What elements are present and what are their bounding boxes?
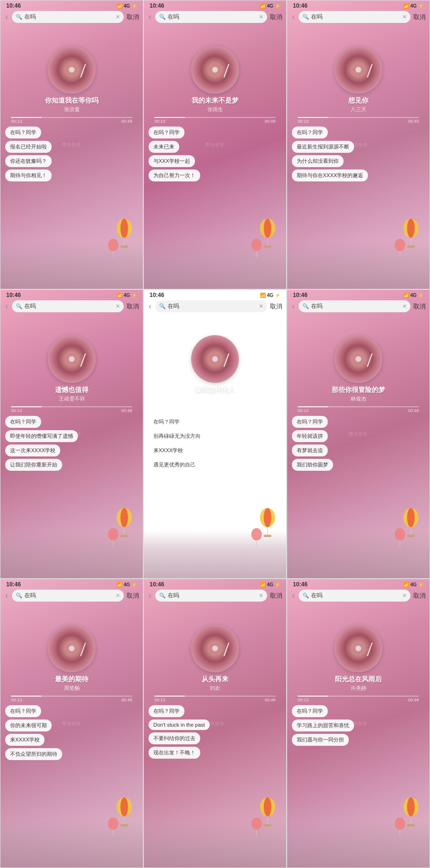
progress-fill-1 <box>11 117 41 118</box>
current-time-4: 00:13 <box>11 408 22 413</box>
status-icons-4: 📶 4G ⚡ <box>117 293 137 298</box>
back-button-9[interactable]: ‹ <box>291 591 296 601</box>
svg-point-7 <box>264 219 271 238</box>
cancel-button-6[interactable]: 取消 <box>413 302 426 311</box>
status-bar-3: 10:46 📶 4G ⚡ <box>287 0 430 10</box>
progress-fill-5 <box>154 406 184 407</box>
clear-icon-7[interactable]: ✕ <box>116 593 120 599</box>
cancel-button-7[interactable]: 取消 <box>127 592 139 600</box>
bubble-2-4: 为自己努力一次！ <box>149 169 200 181</box>
clear-icon-6[interactable]: ✕ <box>402 303 407 309</box>
bubble-4-3: 这一次来XXXX学校 <box>5 445 60 456</box>
progress-times-7: 00:13 00:48 <box>11 698 132 702</box>
svg-rect-33 <box>407 535 415 537</box>
chat-bubbles-2: 在吗？同学 未来已来 与XXX学校一起 为自己努力一次！ <box>144 124 286 184</box>
cancel-button-3[interactable]: 取消 <box>413 13 426 21</box>
svg-rect-9 <box>264 245 271 248</box>
search-icon-7: 🔍 <box>16 593 22 599</box>
back-button-7[interactable]: ‹ <box>4 591 9 601</box>
phones-grid: 10:46 📶 4G ⚡ ‹ 🔍 在吗 ✕ 取消 <box>0 0 430 868</box>
progress-times-5: 00:13 00:48 <box>154 408 275 413</box>
signal-icon-4: 📶 <box>117 293 122 298</box>
progress-track-1 <box>11 117 132 118</box>
progress-track-6 <box>298 406 419 407</box>
search-bar-row-7: ‹ 🔍 在吗 ✕ 取消 <box>0 589 143 604</box>
search-input-wrap-3[interactable]: 🔍 在吗 ✕ <box>299 11 410 23</box>
current-time-7: 00:13 <box>11 698 22 702</box>
vinyl-disc-4 <box>48 335 96 383</box>
search-input-wrap-6[interactable]: 🔍 在吗 ✕ <box>299 300 410 312</box>
progress-track-3 <box>298 117 419 118</box>
back-button-2[interactable]: ‹ <box>148 12 152 22</box>
clear-icon-1[interactable]: ✕ <box>116 14 120 20</box>
back-button-4[interactable]: ‹ <box>4 301 9 311</box>
cancel-button-9[interactable]: 取消 <box>413 592 426 600</box>
search-input-wrap-7[interactable]: 🔍 在吗 ✕ <box>12 590 124 602</box>
cancel-button-2[interactable]: 取消 <box>270 13 282 21</box>
cancel-button-1[interactable]: 取消 <box>127 13 139 21</box>
clear-icon-3[interactable]: ✕ <box>402 14 407 20</box>
back-button-6[interactable]: ‹ <box>291 301 296 311</box>
chat-bubbles-9: 在吗？同学 学习路上的甜苦和喜忧 我们愿与你一同分担 <box>287 702 430 749</box>
small-balloon-8 <box>250 817 263 839</box>
search-text-7: 在吗 <box>24 592 114 600</box>
bubble-6-3: 有梦就去追 <box>292 445 328 456</box>
chat-bubbles-8: 在吗？同学 Don't stuck in the past 不要纠结你的过去 现… <box>144 702 286 762</box>
cancel-button-4[interactable]: 取消 <box>127 302 139 311</box>
back-button-1[interactable]: ‹ <box>4 12 9 22</box>
small-balloon-6 <box>393 528 407 550</box>
network-label-9: 4G <box>410 582 417 587</box>
vinyl-area-1 <box>0 26 143 94</box>
svg-point-19 <box>120 508 128 527</box>
search-icon-1: 🔍 <box>16 14 22 20</box>
bubble-9-3: 我们愿与你一同分担 <box>292 734 349 746</box>
phone-frame-4: 10:46 📶 4G ⚡ ‹ 🔍 在吗 ✕ 取消 <box>0 289 143 579</box>
cancel-button-8[interactable]: 取消 <box>270 592 282 600</box>
svg-point-37 <box>120 797 128 816</box>
svg-point-22 <box>108 528 118 540</box>
battery-icon-7: ⚡ <box>131 582 137 587</box>
signal-icon-7: 📶 <box>117 582 122 587</box>
small-balloon-3 <box>393 238 407 260</box>
clear-icon-5[interactable]: ✕ <box>259 303 263 309</box>
total-time-7: 00:48 <box>121 698 132 702</box>
bubble-3-3: 为什么却没看到你 <box>292 155 344 167</box>
search-input-wrap-9[interactable]: 🔍 在吗 ✕ <box>299 590 410 602</box>
clear-icon-9[interactable]: ✕ <box>402 593 407 599</box>
vinyl-disc-7 <box>48 625 96 672</box>
search-input-wrap-5[interactable]: 🔍 在吗 ✕ <box>155 300 267 312</box>
search-input-wrap-1[interactable]: 🔍 在吗 ✕ <box>12 11 124 23</box>
back-button-5[interactable]: ‹ <box>148 301 152 311</box>
cancel-button-5[interactable]: 取消 <box>270 302 282 311</box>
clear-icon-2[interactable]: ✕ <box>259 14 263 20</box>
progress-bar-4: 00:13 00:48 <box>11 406 132 413</box>
vinyl-disc-5 <box>191 335 239 383</box>
search-text-8: 在吗 <box>168 592 257 600</box>
music-card-7: 10:46 📶 4G ⚡ ‹ 🔍 在吗 ✕ 取消 <box>0 579 143 868</box>
bubble-1-4: 期待与你相见！ <box>5 169 52 181</box>
clear-icon-8[interactable]: ✕ <box>259 593 263 599</box>
progress-fill-8 <box>154 696 184 697</box>
song-title-9: 阳光总在风雨后 <box>287 675 430 684</box>
battery-icon-6: ⚡ <box>418 293 424 298</box>
search-input-wrap-8[interactable]: 🔍 在吗 ✕ <box>155 590 267 602</box>
chat-bubbles-7: 在吗？同学 你的未来很可期 来XXXX学校 不负众望所归的期待 <box>0 702 143 763</box>
battery-icon-1: ⚡ <box>131 3 137 9</box>
search-text-9: 在吗 <box>311 592 400 600</box>
song-title-4: 遗憾也值得 <box>0 386 143 394</box>
status-bar-2: 10:46 📶 4G ⚡ <box>144 0 286 10</box>
svg-point-16 <box>395 239 405 251</box>
search-bar-row-3: ‹ 🔍 在吗 ✕ 取消 <box>287 10 430 26</box>
search-input-wrap-2[interactable]: 🔍 在吗 ✕ <box>155 11 267 23</box>
search-input-wrap-4[interactable]: 🔍 在吗 ✕ <box>12 300 124 312</box>
chat-bubbles-6: 在吗？同学 年轻就该拼 有梦就去追 我们助你圆梦 <box>287 413 430 474</box>
clear-icon-4[interactable]: ✕ <box>116 303 120 309</box>
time-1: 10:46 <box>6 2 21 9</box>
back-button-3[interactable]: ‹ <box>291 12 296 22</box>
vinyl-area-3 <box>287 26 430 94</box>
back-button-8[interactable]: ‹ <box>148 591 152 601</box>
music-card-1: 10:46 📶 4G ⚡ ‹ 🔍 在吗 ✕ 取消 <box>0 0 143 289</box>
bubble-5-2: 别再碌碌无为没方向 <box>149 430 205 442</box>
svg-rect-51 <box>407 824 415 826</box>
signal-icon-5: 📶 <box>260 293 266 298</box>
